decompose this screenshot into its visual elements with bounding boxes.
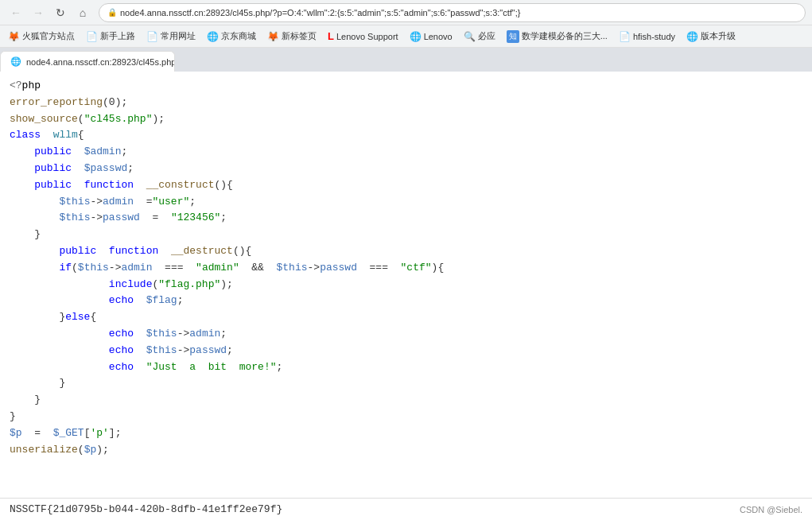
globe-icon3: 🌐	[686, 31, 698, 42]
bookmark-math[interactable]: 知 数学建模必备的三大...	[502, 28, 612, 45]
tab-favicon: 🌐	[10, 56, 21, 67]
tab-title: node4.anna.nssctf.cn:28923/cl45s.php	[26, 57, 175, 67]
url-text: node4.anna.nssctf.cn:28923/cl45s.php/?p=…	[120, 8, 797, 17]
code-line-8: public $admin;	[10, 144, 802, 161]
forward-button[interactable]: →	[29, 3, 48, 22]
code-line-9: public $passwd;	[10, 161, 802, 177]
bookmark-jd[interactable]: 🌐 京东商城	[202, 28, 261, 45]
code-line-30: unserialize($p);	[10, 442, 802, 459]
lenovo-icon: L	[328, 30, 334, 42]
title-bar: ← → ↻ ⌂ 🔒 node4.anna.nssctf.cn:28923/cl4…	[0, 0, 812, 25]
code-line-23: echo "Just a bit more!";	[10, 359, 802, 376]
bookmark-label: 数学建模必备的三大...	[522, 30, 608, 42]
code-line-12: $this->admin ="user";	[10, 194, 802, 211]
code-line-14: }	[10, 227, 802, 243]
code-line-19: echo $flag;	[10, 293, 802, 309]
code-line-11: public function __construct(){	[10, 177, 802, 194]
firefox-icon: 🦊	[8, 31, 20, 42]
address-bar[interactable]: 🔒 node4.anna.nssctf.cn:28923/cl45s.php/?…	[99, 3, 806, 22]
code-area: <?php error_reporting(0); show_source("c…	[0, 72, 812, 498]
flag-value: NSSCTF{21d0795b-b044-420b-8dfb-41e1ff2ee…	[10, 503, 282, 515]
nav-buttons: ← → ↻ ⌂	[6, 3, 92, 22]
doc-icon2: 📄	[146, 31, 158, 42]
status-bar: NSSCTF{21d0795b-b044-420b-8dfb-41e1ff2ee…	[0, 498, 812, 520]
bookmark-label: 火狐官方站点	[22, 30, 75, 42]
doc-icon: 📄	[86, 31, 98, 42]
bookmark-newuser[interactable]: 📄 新手上路	[81, 28, 140, 45]
bookmark-label: 新手上路	[100, 30, 135, 42]
bookmark-label: 京东商城	[221, 30, 256, 42]
code-line-21: echo $this->admin;	[10, 326, 802, 343]
home-button[interactable]: ⌂	[73, 3, 92, 22]
code-line-18: include("flag.php");	[10, 277, 802, 293]
code-line-29: $p = $_GET['p'];	[10, 425, 802, 442]
csdn-credit: CSDN @Siebel.	[740, 505, 802, 514]
code-line-3: error_reporting(0);	[10, 95, 802, 111]
code-line-6: class wllm{	[10, 127, 802, 144]
bookmark-label: 必应	[478, 30, 495, 42]
tab-bar: 🌐 node4.anna.nssctf.cn:28923/cl45s.php ✕	[0, 48, 812, 72]
search-icon: 🔍	[464, 31, 476, 42]
code-line-17: if($this->admin === "admin" && $this->pa…	[10, 260, 802, 277]
bookmark-common[interactable]: 📄 常用网址	[142, 28, 200, 45]
bookmark-label: 常用网址	[161, 30, 196, 42]
bookmarks-bar: 🦊 火狐官方站点 📄 新手上路 📄 常用网址 🌐 京东商城 🦊 新标签页 L L…	[0, 25, 812, 48]
code-line-4: show_source("cl45s.php");	[10, 111, 802, 128]
code-line-22: echo $this->passwd;	[10, 343, 802, 359]
bookmark-hfish[interactable]: 📄 hfish-study	[614, 29, 680, 45]
code-line-1: <?php	[10, 78, 802, 95]
bookmark-lenovo-support[interactable]: L Lenovo Support	[323, 28, 403, 45]
active-tab[interactable]: 🌐 node4.anna.nssctf.cn:28923/cl45s.php ✕	[0, 51, 175, 72]
globe-icon2: 🌐	[410, 31, 422, 42]
hfish-icon: 📄	[619, 31, 631, 42]
firefox-icon2: 🦊	[267, 31, 279, 42]
bookmark-label: 新标签页	[282, 30, 317, 42]
code-line-16: public function __destruct(){	[10, 243, 802, 260]
bookmark-label: Lenovo Support	[336, 32, 398, 41]
code-line-27: }	[10, 409, 802, 425]
refresh-button[interactable]: ↻	[51, 3, 70, 22]
code-line-20: }else{	[10, 309, 802, 326]
bookmark-upgrade[interactable]: 🌐 版本升级	[682, 28, 740, 45]
code-line-25: }	[10, 392, 802, 409]
security-icon: 🔒	[107, 8, 117, 17]
bookmark-label: hfish-study	[633, 32, 675, 41]
bookmark-firefox[interactable]: 🦊 火狐官方站点	[3, 28, 80, 45]
back-button[interactable]: ←	[6, 3, 25, 22]
bookmark-bing[interactable]: 🔍 必应	[459, 28, 500, 45]
bookmark-newtab[interactable]: 🦊 新标签页	[262, 28, 321, 45]
bookmark-lenovo[interactable]: 🌐 Lenovo	[405, 29, 457, 45]
globe-icon: 🌐	[207, 31, 219, 42]
bookmark-label: Lenovo	[424, 32, 453, 41]
math-icon: 知	[507, 30, 519, 43]
bookmark-label: 版本升级	[701, 30, 736, 42]
code-line-13: $this->passwd = "123456";	[10, 210, 802, 227]
code-line-24: }	[10, 375, 802, 392]
